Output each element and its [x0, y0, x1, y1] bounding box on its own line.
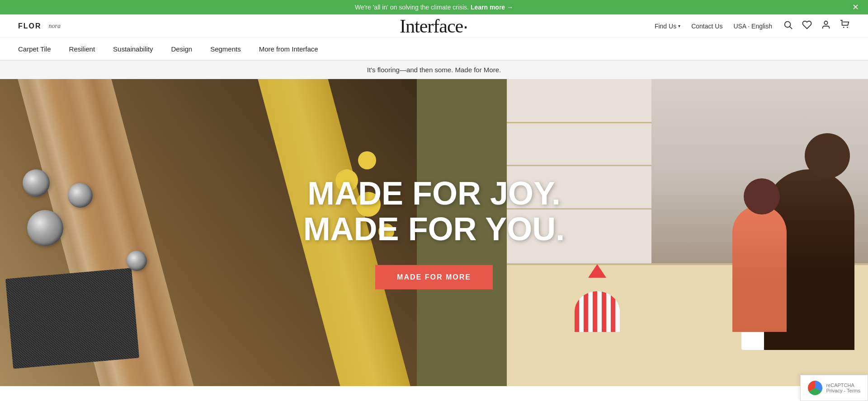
header: FLOR nora Interface· Find Us ▾ Contact U… [0, 14, 868, 38]
heart-icon [802, 20, 812, 32]
recaptcha-logo: reCAPTCHA Privacy - Terms [808, 381, 860, 386]
hero-headline-text-1: MADE FOR JOY. [307, 175, 561, 211]
sub-banner-text: It's flooring—and then some. Made for Mo… [367, 66, 501, 74]
hero-headline-text-2: MADE FOR YOU. [303, 211, 565, 247]
hero-headline-line1: MADE FOR JOY. [253, 176, 615, 211]
account-icon [821, 20, 831, 32]
header-right: Find Us ▾ Contact Us USA · English [655, 20, 850, 32]
recaptcha-label: reCAPTCHA [826, 382, 860, 386]
banner-close-button[interactable]: ✕ [852, 3, 859, 11]
account-button[interactable] [821, 20, 831, 32]
locale-selector[interactable]: USA · English [733, 23, 772, 30]
banner-link[interactable]: Learn more → [471, 4, 513, 11]
header-brands: FLOR nora [18, 22, 61, 30]
cart-icon [840, 20, 850, 32]
disco-ball-2 [27, 210, 63, 246]
hero-text-overlay: MADE FOR JOY. MADE FOR YOU. MADE FOR MOR… [253, 176, 615, 289]
search-button[interactable] [783, 20, 793, 32]
tent-body [575, 291, 620, 332]
header-icons [783, 20, 850, 32]
nora-brand-link[interactable]: nora [49, 23, 61, 30]
svg-line-1 [790, 27, 792, 29]
child-person-head [744, 178, 780, 214]
adult-person-head [805, 133, 850, 178]
find-us-chevron-icon: ▾ [678, 23, 680, 28]
search-icon [783, 20, 793, 32]
nav-item-carpet-tile[interactable]: Carpet Tile [18, 38, 51, 60]
recaptcha-icon [808, 381, 822, 386]
shelf-line-2 [507, 165, 651, 166]
hero-headline-line2: MADE FOR YOU. [253, 211, 615, 247]
disco-ball-4 [127, 251, 147, 271]
svg-point-2 [824, 21, 827, 24]
contact-us-link[interactable]: Contact Us [691, 23, 722, 30]
nav-item-more-from-interface[interactable]: More from Interface [259, 38, 318, 60]
logo-text: Interface [400, 16, 463, 37]
sub-banner: It's flooring—and then some. Made for Mo… [0, 61, 868, 79]
wishlist-button[interactable] [802, 20, 812, 32]
shelf-line-1 [507, 122, 651, 123]
logo-dot: · [463, 15, 468, 37]
hero-cta-button[interactable]: MADE FOR MORE [375, 265, 493, 289]
flor-brand-link[interactable]: FLOR [18, 22, 42, 30]
disco-ball-1 [23, 169, 50, 196]
main-nav: Carpet Tile Resilient Sustainability Des… [0, 38, 868, 61]
nav-item-resilient[interactable]: Resilient [69, 38, 95, 60]
svg-point-0 [785, 22, 791, 28]
nav-item-segments[interactable]: Segments [210, 38, 241, 60]
find-us-label: Find Us [655, 23, 676, 30]
child-person-silhouette [732, 205, 787, 332]
cart-button[interactable] [840, 20, 850, 32]
banner-text: We're 'all in' on solving the climate cr… [355, 4, 469, 11]
yellow-circle-3 [358, 151, 376, 169]
disco-ball-3 [68, 183, 93, 208]
svg-point-3 [843, 27, 844, 28]
find-us-button[interactable]: Find Us ▾ [655, 23, 680, 30]
nav-item-design[interactable]: Design [171, 38, 192, 60]
dark-carpet-sample [5, 268, 139, 369]
hero-section: MADE FOR JOY. MADE FOR YOU. MADE FOR MOR… [0, 79, 868, 386]
svg-point-4 [847, 27, 848, 28]
top-banner: We're 'all in' on solving the climate cr… [0, 0, 868, 14]
nav-item-sustainability[interactable]: Sustainability [113, 38, 153, 60]
interface-logo[interactable]: Interface· [400, 15, 468, 37]
cookie-notice: reCAPTCHA Privacy - Terms [800, 375, 868, 386]
